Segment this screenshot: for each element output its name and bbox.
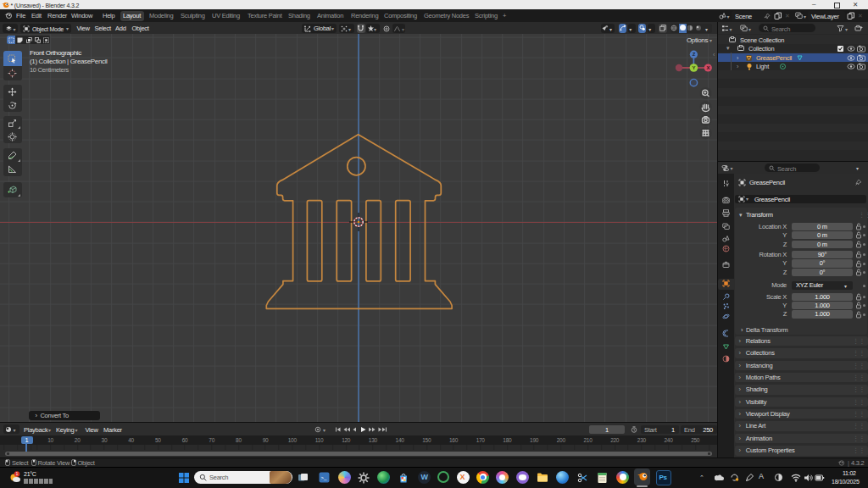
svg-text:Z: Z <box>693 52 696 57</box>
svg-text:X: X <box>706 65 709 70</box>
svg-text:Y: Y <box>693 65 696 70</box>
svg-text:>_: >_ <box>321 475 327 480</box>
